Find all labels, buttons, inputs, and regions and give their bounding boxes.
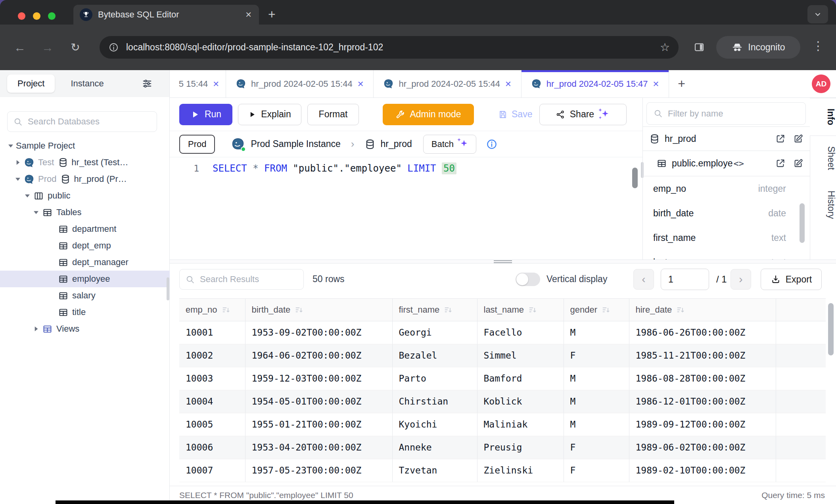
- editor-tab[interactable]: hr_prod 2024-02-05 15:44✕: [226, 70, 374, 97]
- editor-tab[interactable]: 5 15:44✕: [170, 70, 226, 97]
- save-button[interactable]: Save: [494, 104, 536, 125]
- caret-down-icon[interactable]: [6, 141, 16, 151]
- tree-item-tables[interactable]: Tables: [0, 204, 170, 221]
- bookmark-star-icon[interactable]: ☆: [660, 41, 670, 54]
- database-row[interactable]: hr_prod: [643, 126, 810, 151]
- window-close-button[interactable]: [18, 12, 25, 20]
- run-button[interactable]: Run: [179, 104, 232, 125]
- caret-down-icon[interactable]: [31, 207, 41, 218]
- tree-item-dept-emp[interactable]: dept_emp: [0, 237, 170, 254]
- info-icon[interactable]: [486, 138, 498, 150]
- external-link-icon[interactable]: [775, 134, 786, 144]
- export-button[interactable]: Export: [761, 269, 822, 290]
- column-row[interactable]: emp_nointeger: [643, 176, 810, 201]
- instance-name[interactable]: Prod Sample Instance: [251, 139, 340, 149]
- editor-tab[interactable]: hr_prod 2024-02-05 15:44✕: [374, 70, 521, 97]
- window-minimize-button[interactable]: [33, 12, 40, 20]
- column-header[interactable]: first_name: [392, 299, 477, 321]
- editor-scrollbar[interactable]: [632, 168, 638, 188]
- side-panel-icon[interactable]: [693, 41, 705, 53]
- new-worksheet-button[interactable]: +: [669, 70, 694, 97]
- caret-right-icon[interactable]: [13, 157, 23, 168]
- tree-item-sample-project[interactable]: Sample Project: [0, 137, 170, 154]
- tree-item-hr-test-test-[interactable]: Testhr_test (Test…: [0, 154, 170, 171]
- close-icon[interactable]: ✕: [505, 79, 512, 89]
- tree-item-title[interactable]: title: [0, 304, 170, 321]
- results-scrollbar[interactable]: [828, 303, 834, 355]
- tree-item-dept-manager[interactable]: dept_manager: [0, 254, 170, 271]
- tree-item-employee[interactable]: employee: [0, 271, 170, 287]
- close-icon[interactable]: ✕: [245, 10, 252, 19]
- caret-right-icon[interactable]: [31, 324, 41, 334]
- schema-scrollbar[interactable]: [800, 203, 805, 243]
- tree-item-salary[interactable]: salary: [0, 287, 170, 304]
- back-button[interactable]: ←: [12, 41, 28, 54]
- tab-info[interactable]: Info: [810, 98, 836, 136]
- format-button[interactable]: Format: [307, 104, 359, 125]
- tab-instance[interactable]: Instance: [71, 78, 104, 89]
- table-row[interactable]: 100051955-01-21T00:00:00ZKyoichiMaliniak…: [179, 413, 826, 436]
- close-icon[interactable]: ✕: [653, 79, 660, 89]
- table-row[interactable]: 100041954-05-01T00:00:00ZChirstianKoblic…: [179, 390, 826, 413]
- browser-menu-icon[interactable]: ⋮: [812, 39, 824, 53]
- table-row[interactable]: 100031959-12-03T00:00:00ZPartoBamfordM19…: [179, 367, 826, 390]
- tree-settings-icon[interactable]: [142, 78, 153, 89]
- tab-history[interactable]: History: [810, 180, 836, 229]
- column-header[interactable]: birth_date: [245, 299, 392, 321]
- site-info-icon[interactable]: [108, 42, 119, 53]
- edit-icon[interactable]: [793, 158, 803, 169]
- column-row[interactable]: birth_datedate: [643, 201, 810, 225]
- new-tab-button[interactable]: +: [268, 7, 276, 21]
- admin-mode-button[interactable]: Admin mode: [383, 104, 474, 125]
- database-search[interactable]: [7, 111, 157, 132]
- table-cell: 1985-11-21T00:00:00Z: [629, 344, 776, 367]
- forward-button[interactable]: →: [40, 41, 56, 54]
- tab-search-button[interactable]: [807, 5, 828, 23]
- close-icon[interactable]: ✕: [357, 79, 364, 89]
- table-row[interactable]: 100021964-06-02T00:00:00ZBezalelSimmelF1…: [179, 344, 826, 367]
- tab-project[interactable]: Project: [7, 74, 55, 93]
- table-row-header[interactable]: public.employe <>: [643, 151, 810, 176]
- sql-editor[interactable]: 1 SELECT * FROM "public"."employee" LIMI…: [170, 157, 642, 260]
- reload-button[interactable]: ↻: [67, 41, 83, 54]
- tree-item-public[interactable]: public: [0, 187, 170, 204]
- column-header[interactable]: emp_no: [179, 299, 245, 321]
- tree-item-department[interactable]: department: [0, 221, 170, 237]
- url-text[interactable]: localhost:8080/sql-editor/prod-sample-in…: [126, 42, 656, 53]
- results-search[interactable]: [179, 269, 304, 290]
- caret-down-icon[interactable]: [22, 191, 33, 201]
- external-link-icon[interactable]: [775, 158, 786, 169]
- tab-sheet[interactable]: Sheet: [810, 136, 836, 180]
- edit-icon[interactable]: [793, 134, 803, 144]
- column-header[interactable]: last_name: [477, 299, 564, 321]
- column-row[interactable]: last_nametext: [643, 250, 810, 260]
- explain-button[interactable]: Explain: [238, 104, 301, 125]
- results-search-input[interactable]: [200, 274, 298, 284]
- batch-button[interactable]: Batch: [423, 135, 476, 154]
- avatar[interactable]: AD: [812, 74, 830, 93]
- editor-tab[interactable]: hr_prod 2024-02-05 15:47✕: [522, 70, 669, 97]
- browser-tab[interactable]: Bytebase SQL Editor ✕: [73, 5, 259, 25]
- share-button[interactable]: Share: [539, 104, 627, 125]
- window-zoom-button[interactable]: [48, 12, 56, 20]
- database-name[interactable]: hr_prod: [380, 139, 412, 149]
- address-bar[interactable]: localhost:8080/sql-editor/prod-sample-in…: [100, 36, 679, 59]
- tree-item-views[interactable]: Views: [0, 321, 170, 337]
- column-row[interactable]: first_nametext: [643, 225, 810, 250]
- pane-splitter[interactable]: [170, 260, 836, 263]
- tree-item-hr-prod-pr-[interactable]: Prodhr_prod (Pr…: [0, 171, 170, 187]
- page-number-input[interactable]: [661, 269, 709, 290]
- next-page-button[interactable]: ›: [731, 269, 751, 290]
- code-icon[interactable]: <>: [733, 158, 744, 168]
- caret-down-icon[interactable]: [13, 174, 23, 184]
- table-row[interactable]: 100061953-04-20T00:00:00ZAnnekePreusigF1…: [179, 436, 826, 459]
- database-search-input[interactable]: [28, 116, 151, 127]
- table-row[interactable]: 100011953-09-02T00:00:00ZGeorgiFacelloM1…: [179, 321, 826, 344]
- column-header[interactable]: hire_date: [629, 299, 776, 321]
- vertical-display-toggle[interactable]: [516, 273, 540, 286]
- table-row[interactable]: 100071957-05-23T00:00:00ZTzvetanZielinsk…: [179, 459, 826, 482]
- column-header[interactable]: gender: [564, 299, 629, 321]
- close-icon[interactable]: ✕: [213, 79, 219, 89]
- sidebar-resize-handle[interactable]: [167, 277, 169, 300]
- prev-page-button[interactable]: ‹: [633, 269, 654, 290]
